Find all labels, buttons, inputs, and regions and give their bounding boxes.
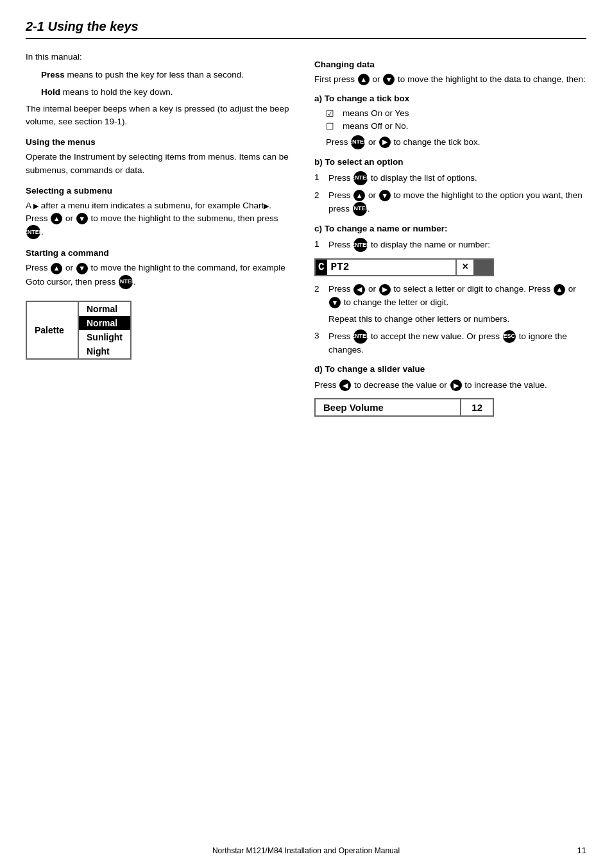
enter-so2-icon: ENTER [353,202,367,216]
palette-table: Palette Normal Normal Sunlight Night [27,302,130,358]
change-name-item1: 1 Press ENTER to display the name or num… [314,238,586,252]
footer-model: M121/M84 [246,846,283,855]
selecting-submenu-text: A ▶ after a menu item indicates a submen… [26,199,295,240]
footer-page-number: 11 [577,846,586,855]
chart-arrow-icon: ▶ [264,202,269,210]
using-menus-text: Operate the Instrument by selecting item… [26,151,295,177]
menu-row: Night [78,344,130,358]
press-definition: Press means to push the key for less tha… [41,69,295,81]
using-menus-heading: Using the menus [26,137,295,147]
right-slider-icon: ▶ [450,380,462,391]
enter-cn1-icon: ENTER [353,238,368,252]
changing-data-text: First press ▲ or ▼ to move the highlight… [314,73,586,86]
palette-menu: Palette Normal Normal Sunlight Night [26,301,132,360]
down-so2-icon: ▼ [379,190,391,201]
enter-cn3-icon: ENTER [353,330,368,344]
up-so2-icon: ▲ [353,190,365,201]
menu-display-box: Palette Normal Normal Sunlight Night [26,294,295,368]
cpt2-cursor: C [316,260,327,275]
slider-text: Press ◀ to decrease the value or ▶ to in… [314,379,586,392]
changing-data-heading: Changing data [314,60,586,69]
right-arrow-tick-icon: ▶ [379,137,391,148]
left-cn2-icon: ◀ [353,284,365,296]
tick-box-subhead: a) To change a tick box [314,92,586,105]
repeat-text: Repeat this to change other letters or n… [328,313,586,326]
page: 2-1 Using the keys In this manual: Press… [0,0,612,868]
down-arrow-icon: ▼ [76,213,88,224]
tick-press-text: Press ENTER or ▶ to change the tick box. [326,135,586,149]
menu-label-palette: Palette [27,302,78,358]
down-cn2-icon: ▼ [329,297,341,308]
select-option-item2: 2 Press ▲ or ▼ to move the highlight to … [314,189,586,216]
left-slider-icon: ◀ [339,380,351,391]
menu-row: Sunlight [78,330,130,344]
beep-value: 12 [461,399,493,415]
change-name-item2: 2 Press ◀ or ▶ to select a letter or dig… [314,283,586,309]
page-header: 2-1 Using the keys [26,19,586,39]
down-arrow-cd-icon: ▼ [383,74,395,85]
selecting-submenu-heading: Selecting a submenu [26,186,295,196]
beep-volume-display: Beep Volume 12 [314,398,494,417]
two-col-layout: In this manual: Press means to push the … [26,51,586,423]
footer: Northstar M121/M84 Installation and Oper… [0,846,612,855]
starting-command-text: Press ▲ or ▼ to move the highlight to th… [26,262,295,288]
down-arrow-cmd-icon: ▼ [76,263,88,274]
hold-definition: Hold means to hold the key down. [41,86,295,99]
menu-row-highlight: Normal [78,316,130,330]
starting-command-heading: Starting a command [26,248,295,258]
table-row: Palette Normal [27,302,130,316]
tick-checked-row: ☑ means On or Yes [326,108,586,119]
submenu-arrow-icon: ▶ [33,202,38,210]
select-option-subhead: b) To select an option [314,156,586,169]
cpt2-x-symbol: × [455,260,473,275]
left-column: In this manual: Press means to push the … [26,51,295,423]
up-arrow-cmd-icon: ▲ [51,263,62,274]
esc-cn3-icon: ESC [503,330,516,343]
change-name-item3: 3 Press ENTER to accept the new value. O… [314,330,586,356]
footer-brand: Northstar [212,846,246,855]
right-column: Changing data First press ▲ or ▼ to move… [314,51,586,423]
cpt2-end-block [473,260,493,275]
tick-unchecked-row: ☐ means Off or No. [326,121,586,131]
cpt2-display: C PT2 × [314,258,494,276]
enter-so1-icon: ENTER [353,171,368,185]
footer-desc: Installation and Operation Manual [282,846,400,855]
unchecked-tick-icon: ☐ [326,121,336,131]
cpt2-text: PT2 [327,260,456,275]
intro-paragraph: In this manual: [26,51,295,63]
enter-button-icon: ENTER [26,225,40,239]
slider-subhead: d) To change a slider value [314,363,586,376]
up-cn2-icon: ▲ [554,284,565,296]
beeper-text: The internal beeper beeps when a key is … [26,103,295,129]
beep-label: Beep Volume [316,399,461,415]
change-name-subhead: c) To change a name or number: [314,222,586,235]
up-arrow-icon: ▲ [51,213,62,224]
page-title: 2-1 Using the keys [26,19,586,34]
enter-button-cmd-icon: ENTER [119,275,133,289]
unchecked-tick-desc: means Off or No. [343,121,409,131]
right-cn2-icon: ▶ [379,284,391,296]
up-arrow-cd-icon: ▲ [358,74,370,85]
enter-tick-icon: ENTER [351,135,365,149]
checked-tick-icon: ☑ [326,108,336,119]
menu-row: Normal [78,302,130,316]
checked-tick-desc: means On or Yes [343,108,409,118]
select-option-item1: 1 Press ENTER to display the list of opt… [314,171,586,185]
